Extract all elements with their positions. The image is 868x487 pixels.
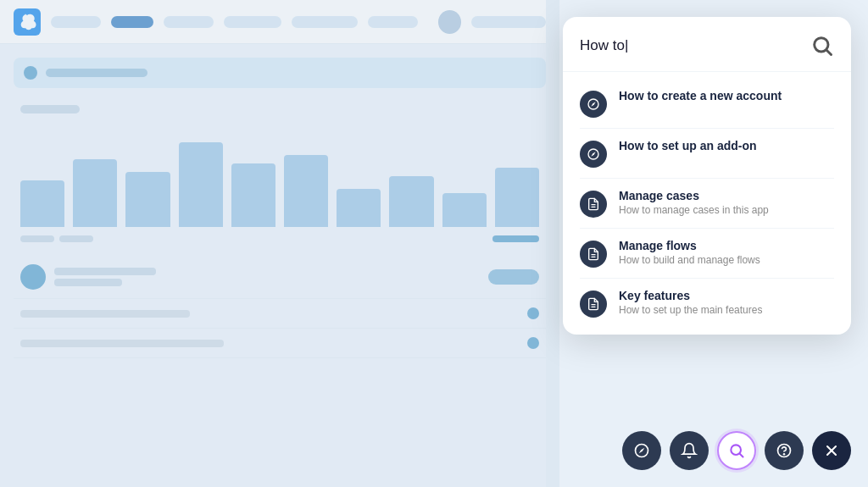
list-item-bar-1 xyxy=(20,310,190,318)
search-submit-button[interactable] xyxy=(810,34,834,58)
chart-bar-7 xyxy=(389,176,433,227)
list-item-bar-2 xyxy=(20,340,224,347)
svg-line-15 xyxy=(740,454,743,457)
close-button[interactable] xyxy=(812,431,851,470)
table-row[interactable] xyxy=(14,256,546,299)
result-text-r4: Manage flowsHow to build and manage flow… xyxy=(619,239,834,266)
nav-item-2[interactable] xyxy=(111,16,154,28)
document-icon-r4 xyxy=(580,241,607,268)
header-dot xyxy=(24,66,37,80)
results-list: How to create a new account How to set u… xyxy=(563,72,851,335)
result-item-r5[interactable]: Key featuresHow to set up the main featu… xyxy=(563,279,851,328)
bottom-toolbar xyxy=(622,431,851,470)
page-header xyxy=(14,58,546,88)
compass-icon-r1 xyxy=(580,91,607,118)
result-subtitle-r3: How to manage cases in this app xyxy=(619,204,834,216)
chart-widget xyxy=(14,105,546,242)
legend-item-1 xyxy=(20,235,54,242)
result-item-r1[interactable]: How to create a new account xyxy=(563,79,851,128)
main-content xyxy=(0,44,559,372)
nav-item-1[interactable] xyxy=(51,16,101,28)
chart-label xyxy=(20,105,80,113)
chart-bar-9 xyxy=(495,168,539,227)
chart-bar-4 xyxy=(231,163,275,227)
result-item-r3[interactable]: Manage casesHow to manage cases in this … xyxy=(563,179,851,228)
row-text-group xyxy=(54,268,480,286)
search-button[interactable] xyxy=(717,431,756,470)
row-text-line-2 xyxy=(54,279,122,286)
result-text-r5: Key featuresHow to set up the main featu… xyxy=(619,289,834,316)
result-text-r2: How to set up an add-on xyxy=(619,139,834,154)
nav-item-3[interactable] xyxy=(164,16,214,28)
compass-icon-r2 xyxy=(580,141,607,168)
chart-bar-1 xyxy=(73,159,117,227)
document-icon-r5 xyxy=(580,291,607,318)
result-title-r1: How to create a new account xyxy=(619,89,834,102)
nav-item-5[interactable] xyxy=(292,16,358,28)
chart-bar-5 xyxy=(284,155,328,227)
search-input[interactable] xyxy=(580,37,810,54)
nav-bar xyxy=(0,0,559,44)
result-title-r3: Manage cases xyxy=(619,189,834,202)
bell-button[interactable] xyxy=(670,431,709,470)
compass-button[interactable] xyxy=(622,431,661,470)
nav-search[interactable] xyxy=(471,16,546,28)
result-title-r2: How to set up an add-on xyxy=(619,139,834,152)
list-item[interactable] xyxy=(14,329,546,358)
table-area xyxy=(14,256,546,358)
result-subtitle-r4: How to build and manage flows xyxy=(619,254,834,266)
svg-line-1 xyxy=(826,50,831,54)
chart-bars xyxy=(20,125,539,227)
svg-marker-5 xyxy=(591,152,595,156)
result-item-r4[interactable]: Manage flowsHow to build and manage flow… xyxy=(563,229,851,278)
header-title-bar xyxy=(46,69,147,77)
chart-bar-8 xyxy=(442,193,487,227)
chart-bar-2 xyxy=(125,172,170,227)
svg-marker-13 xyxy=(639,448,645,454)
app-logo xyxy=(14,8,41,36)
chart-bar-0 xyxy=(20,180,64,227)
chart-footer xyxy=(20,235,539,242)
row-badge xyxy=(488,269,539,285)
chart-bar-3 xyxy=(179,142,223,227)
search-header xyxy=(563,17,851,72)
help-button[interactable] xyxy=(765,431,804,470)
result-text-r3: Manage casesHow to manage cases in this … xyxy=(619,189,834,216)
app-background xyxy=(0,0,559,487)
search-panel: How to create a new account How to set u… xyxy=(563,17,851,335)
legend-item-2 xyxy=(59,235,93,242)
document-icon-r3 xyxy=(580,191,607,218)
chart-bar-6 xyxy=(337,189,381,227)
legend-accent xyxy=(492,235,539,242)
row-avatar xyxy=(20,264,46,290)
result-title-r5: Key features xyxy=(619,289,834,302)
result-item-r2[interactable]: How to set up an add-on xyxy=(563,129,851,178)
list-item-dot-2 xyxy=(527,337,539,349)
list-item-dot xyxy=(527,307,539,319)
list-item[interactable] xyxy=(14,299,546,329)
result-title-r4: Manage flows xyxy=(619,239,834,252)
nav-item-6[interactable] xyxy=(368,16,418,28)
result-text-r1: How to create a new account xyxy=(619,89,834,104)
svg-marker-3 xyxy=(591,102,595,106)
result-subtitle-r5: How to set up the main features xyxy=(619,304,834,316)
row-text-line-1 xyxy=(54,268,156,275)
user-avatar[interactable] xyxy=(438,10,461,34)
chart-legend xyxy=(20,235,93,242)
nav-item-4[interactable] xyxy=(224,16,281,28)
